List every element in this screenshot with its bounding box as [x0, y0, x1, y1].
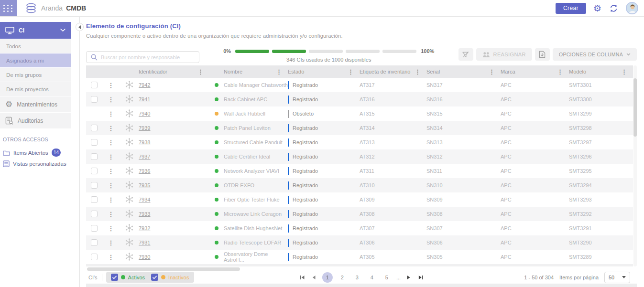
row-menu-icon[interactable]: ⋮ [108, 225, 114, 232]
create-button[interactable]: Crear [556, 3, 586, 14]
row-menu-icon[interactable]: ⋮ [108, 254, 114, 260]
row-checkbox[interactable] [91, 153, 98, 160]
sidebar-link-items-abiertos[interactable]: Items Abiertos 14 [0, 147, 71, 159]
row-menu-icon[interactable]: ⋮ [108, 154, 114, 160]
sidebar-item-de-mis-proyectos[interactable]: De mis proyectos [0, 82, 71, 96]
row-menu-icon[interactable]: ⋮ [108, 125, 114, 131]
sync-icon[interactable] [609, 3, 619, 13]
ci-id-link[interactable]: 7936 [139, 168, 150, 174]
ci-id-link[interactable]: 7931 [139, 240, 150, 245]
horizontal-scrollbar-thumb[interactable] [87, 267, 240, 271]
ci-id-link[interactable]: 7934 [139, 197, 150, 202]
previous-page-button[interactable] [310, 274, 318, 281]
page-button-3[interactable]: 3 [352, 272, 362, 283]
ci-id-link[interactable]: 7939 [139, 125, 150, 131]
filter-off-button[interactable] [458, 48, 473, 61]
row-checkbox[interactable] [91, 239, 98, 246]
relations-icon[interactable] [125, 195, 133, 204]
first-page-button[interactable] [298, 274, 306, 281]
state-filter-inactivos[interactable]: Inactivos [151, 274, 189, 281]
row-checkbox[interactable] [91, 196, 98, 203]
row-checkbox[interactable] [91, 254, 98, 260]
apps-grid-button[interactable] [0, 0, 17, 16]
relations-icon[interactable] [125, 81, 133, 90]
row-checkbox[interactable] [91, 96, 98, 103]
checkbox-checked[interactable] [151, 274, 158, 281]
next-page-button[interactable] [405, 274, 413, 281]
relations-icon[interactable] [125, 95, 133, 104]
relations-icon[interactable] [125, 253, 133, 262]
ci-id-link[interactable]: 7937 [139, 154, 150, 159]
row-menu-icon[interactable]: ⋮ [108, 111, 114, 117]
relations-icon[interactable] [125, 224, 133, 233]
last-page-button[interactable] [417, 274, 425, 281]
relations-icon[interactable] [125, 124, 133, 133]
pagination-ellipsis[interactable]: ... [396, 275, 401, 280]
search-box[interactable] [86, 51, 199, 63]
horizontal-scrollbar[interactable] [86, 267, 637, 271]
row-checkbox[interactable] [91, 168, 98, 174]
ci-id-link[interactable]: 7941 [139, 96, 150, 102]
reassign-button[interactable]: REASIGNAR [476, 48, 532, 61]
row-menu-icon[interactable]: ⋮ [108, 182, 114, 189]
checkbox-checked[interactable] [111, 274, 118, 281]
vertical-scrollbar-thumb[interactable] [633, 78, 637, 137]
relations-icon[interactable] [125, 152, 133, 161]
row-checkbox[interactable] [91, 211, 98, 217]
ci-id-link[interactable]: 7933 [139, 211, 150, 217]
page-size-select[interactable]: 50 [604, 272, 630, 283]
table-row: ⋮7937Cable Certifier IdealRegistradoAT31… [86, 149, 633, 164]
state-filter-activos[interactable]: Activos [111, 274, 145, 281]
column-menu-icon[interactable]: ⋮ [557, 69, 563, 75]
page-button-1[interactable]: 1 [322, 272, 333, 283]
column-options-button[interactable]: OPCIONES DE COLUMNA [553, 48, 637, 61]
relations-icon[interactable] [125, 167, 133, 176]
column-menu-icon[interactable]: ⋮ [197, 69, 204, 75]
relations-icon[interactable] [125, 181, 133, 190]
row-menu-icon[interactable]: ⋮ [108, 82, 114, 88]
row-checkbox[interactable] [91, 125, 98, 131]
sidebar-item-de-mis-grupos[interactable]: De mis grupos [0, 68, 71, 82]
vertical-scrollbar[interactable] [633, 65, 637, 266]
row-menu-icon[interactable]: ⋮ [108, 211, 114, 217]
row-checkbox[interactable] [91, 139, 98, 146]
ci-id-link[interactable]: 7942 [139, 82, 150, 88]
row-menu-icon[interactable]: ⋮ [108, 96, 114, 103]
row-menu-icon[interactable]: ⋮ [108, 168, 114, 174]
ci-id-link[interactable]: 7940 [139, 111, 150, 117]
relations-icon[interactable] [125, 238, 133, 247]
sidebar-item-asignados-a-mi[interactable]: Asignados a mi [0, 53, 71, 67]
column-menu-icon[interactable]: ⋮ [276, 69, 282, 75]
row-checkbox[interactable] [91, 225, 98, 232]
sidebar-item-todos[interactable]: Todos [0, 39, 71, 53]
row-checkbox[interactable] [91, 182, 98, 189]
export-button[interactable] [535, 48, 550, 61]
ci-id-link[interactable]: 7938 [139, 139, 150, 145]
column-menu-icon[interactable]: ⋮ [489, 69, 495, 75]
ci-name: Microwave Link Ceragon [224, 211, 288, 217]
row-menu-icon[interactable]: ⋮ [108, 197, 114, 203]
ci-id-link[interactable]: 7935 [139, 182, 150, 188]
row-checkbox[interactable] [91, 82, 98, 88]
ci-id-link[interactable]: 7930 [139, 254, 150, 260]
sidebar-item-auditorias[interactable]: Auditorias [0, 113, 71, 128]
page-button-5[interactable]: 5 [382, 272, 392, 283]
column-menu-icon[interactable]: ⋮ [348, 69, 354, 75]
column-menu-icon[interactable]: ⋮ [621, 69, 627, 75]
row-menu-icon[interactable]: ⋮ [108, 240, 114, 246]
relations-icon[interactable] [125, 210, 133, 219]
page-button-4[interactable]: 4 [367, 272, 377, 283]
sidebar-item-mantenimientos[interactable]: ⚙ Mantenimientos [0, 96, 71, 112]
sidebar-collapse-button[interactable] [76, 23, 84, 31]
sidebar-section-ci[interactable]: CI [0, 22, 71, 39]
sidebar-link-vistas-personalizadas[interactable]: Vistas personalizadas [0, 159, 71, 169]
ci-id-link[interactable]: 7932 [139, 225, 150, 231]
column-menu-icon[interactable]: ⋮ [415, 69, 421, 75]
search-input[interactable] [101, 54, 195, 60]
row-menu-icon[interactable]: ⋮ [108, 139, 114, 146]
user-avatar[interactable] [626, 2, 638, 14]
page-button-2[interactable]: 2 [337, 272, 348, 283]
settings-gear-icon[interactable]: ⚙ [593, 4, 601, 13]
relations-icon[interactable] [125, 109, 133, 118]
relations-icon[interactable] [125, 138, 133, 147]
